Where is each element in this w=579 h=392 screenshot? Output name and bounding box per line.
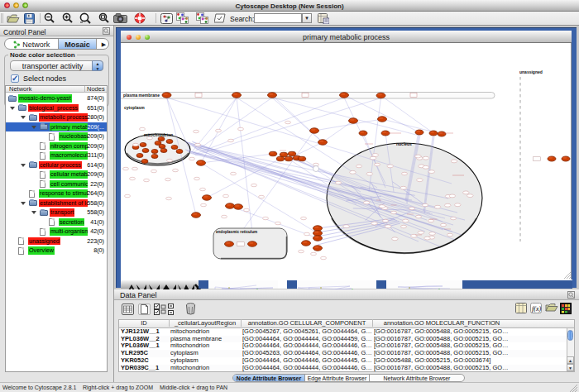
- svg-text:nucleus: nucleus: [396, 141, 412, 146]
- svg-text:plasma membrane: plasma membrane: [123, 93, 160, 98]
- svg-text:f(x): f(x): [532, 305, 541, 313]
- svg-text:mitochondrion: mitochondrion: [144, 132, 173, 137]
- svg-text:cytoplasm: cytoplasm: [124, 105, 145, 110]
- svg-text:unassigned: unassigned: [519, 69, 543, 74]
- svg-text:endoplasmic reticulum: endoplasmic reticulum: [216, 230, 257, 234]
